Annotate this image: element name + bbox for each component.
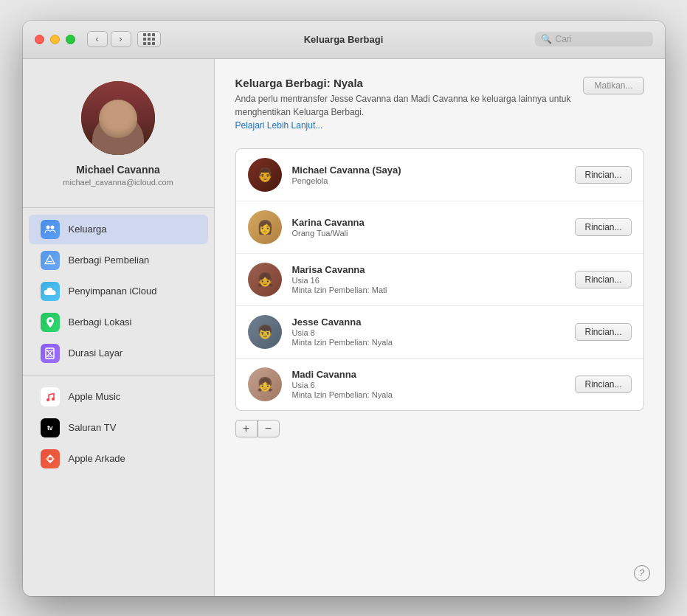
member-name: Madi Cavanna <box>292 369 565 380</box>
member-info-michael: Michael Cavanna (Saya) Pengelola <box>292 165 565 185</box>
sidebar-label-berbagi-lokasi: Berbagi Lokasi <box>69 316 132 328</box>
sidebar-item-berbagi-lokasi[interactable]: Berbagi Lokasi <box>29 308 208 337</box>
sidebar-item-saluran-tv[interactable]: tv Saluran TV <box>29 413 208 443</box>
sidebar-item-keluarga[interactable]: Keluarga <box>29 215 208 244</box>
member-name: Jesse Cavanna <box>292 316 565 328</box>
rincian-button-madi[interactable]: Rincian... <box>575 376 631 393</box>
member-row: 👦 Jesse Cavanna Usia 8 Minta Izin Pembel… <box>236 306 643 359</box>
back-button[interactable]: ‹ <box>87 31 108 47</box>
svg-point-6 <box>52 398 55 401</box>
grid-icon <box>143 33 155 45</box>
remove-member-button[interactable]: − <box>258 420 280 437</box>
member-role: Orang Tua/Wali <box>292 229 565 238</box>
add-member-button[interactable]: + <box>235 420 258 437</box>
main-window: ‹ › Keluarga Berbagi 🔍 Cari Mic <box>23 21 665 596</box>
main-content: Michael Cavanna michael_cavanna@icloud.c… <box>23 59 665 596</box>
right-panel: Keluarga Berbagi: Nyala Anda perlu mentr… <box>215 59 665 596</box>
svg-point-0 <box>46 225 49 229</box>
sidebar-label-keluarga: Keluarga <box>69 224 107 235</box>
avatar-marisa: 👧 <box>248 263 282 297</box>
grid-view-button[interactable] <box>137 31 161 47</box>
member-info-marisa: Marisa Cavanna Usia 16 Minta Izin Pembel… <box>292 264 565 294</box>
sidebar-divider <box>23 207 214 208</box>
members-list: 👨 Michael Cavanna (Saya) Pengelola Rinci… <box>235 148 644 411</box>
sidebar-item-durasi-layar[interactable]: Durasi Layar <box>29 339 208 368</box>
avatar-karina: 👩 <box>248 210 282 244</box>
member-info-jesse: Jesse Cavanna Usia 8 Minta Izin Pembelia… <box>292 316 565 347</box>
location-icon <box>41 313 60 332</box>
user-profile: Michael Cavanna michael_cavanna@icloud.c… <box>23 59 214 201</box>
member-role: Usia 8 <box>292 328 565 337</box>
close-button[interactable] <box>35 35 44 44</box>
sidebar-item-berbagi-pembelian[interactable]: Berbagi Pembelian <box>29 246 208 275</box>
member-info-madi: Madi Cavanna Usia 6 Minta Izin Pembelian… <box>292 369 565 399</box>
search-placeholder: Cari <box>556 34 572 44</box>
member-row: 👨 Michael Cavanna (Saya) Pengelola Rinci… <box>236 149 643 201</box>
sidebar-divider-2 <box>23 375 214 376</box>
music-icon <box>41 387 60 406</box>
bottom-controls: + − <box>235 420 644 437</box>
panel-header-left: Keluarga Berbagi: Nyala Anda perlu mentr… <box>235 77 572 132</box>
app-store-icon <box>41 251 60 270</box>
member-row: 👧 Marisa Cavanna Usia 16 Minta Izin Pemb… <box>236 254 643 306</box>
svg-rect-4 <box>43 390 58 404</box>
sidebar-item-penyimpanan-icloud[interactable]: Penyimpanan iCloud <box>29 277 208 306</box>
svg-point-2 <box>49 319 52 322</box>
rincian-button-jesse[interactable]: Rincian... <box>575 323 631 341</box>
rincian-button-karina[interactable]: Rincian... <box>575 218 631 236</box>
maximize-button[interactable] <box>66 35 75 44</box>
member-role: Usia 6 <box>292 381 565 390</box>
member-role: Pengelola <box>292 176 565 185</box>
member-role2: Minta Izin Pembelian: Nyala <box>292 390 565 399</box>
avatar-jesse: 👦 <box>248 315 282 349</box>
member-info-karina: Karina Cavanna Orang Tua/Wali <box>292 217 565 238</box>
sidebar-item-apple-music[interactable]: Apple Music <box>29 382 208 412</box>
avatar-madi: 👧 <box>248 367 282 401</box>
member-row: 👧 Madi Cavanna Usia 6 Minta Izin Pembeli… <box>236 359 643 410</box>
sidebar: Michael Cavanna michael_cavanna@icloud.c… <box>23 59 215 596</box>
avatar <box>81 81 155 155</box>
nav-buttons: ‹ › <box>87 31 161 47</box>
member-name: Michael Cavanna (Saya) <box>292 165 565 176</box>
user-name: Michael Cavanna <box>76 164 160 176</box>
panel-header: Keluarga Berbagi: Nyala Anda perlu mentr… <box>235 77 644 132</box>
search-icon: 🔍 <box>541 34 552 44</box>
hourglass-icon <box>41 344 60 363</box>
member-name: Karina Cavanna <box>292 217 565 228</box>
svg-point-1 <box>50 225 54 229</box>
sidebar-item-apple-arkade[interactable]: Apple Arkade <box>29 444 208 474</box>
panel-description: Anda perlu mentransfer Jesse Cavanna dan… <box>235 92 572 132</box>
sidebar-label-berbagi-pembelian: Berbagi Pembelian <box>69 255 150 266</box>
user-email: michael_cavanna@icloud.com <box>63 178 173 187</box>
learn-more-link[interactable]: Pelajari Lebih Lanjut... <box>235 120 323 131</box>
sidebar-label-durasi-layar: Durasi Layar <box>69 347 123 359</box>
appletv-icon: tv <box>41 418 60 437</box>
rincian-button-marisa[interactable]: Rincian... <box>575 271 631 288</box>
svg-point-5 <box>46 398 49 401</box>
help-button[interactable]: ? <box>634 565 650 581</box>
avatar-face <box>81 81 155 155</box>
member-role: Usia 16 <box>292 276 565 285</box>
sidebar-label-apple-music: Apple Music <box>69 391 121 402</box>
rincian-button-michael[interactable]: Rincian... <box>575 166 631 184</box>
arcade-icon <box>41 449 60 468</box>
sidebar-label-apple-arkade: Apple Arkade <box>69 453 125 464</box>
sidebar-label-saluran-tv: Saluran TV <box>69 422 117 433</box>
traffic-lights <box>35 35 75 44</box>
member-row: 👩 Karina Cavanna Orang Tua/Wali Rincian.… <box>236 201 643 254</box>
family-icon <box>41 220 60 239</box>
avatar-michael: 👨 <box>248 158 282 192</box>
forward-button[interactable]: › <box>111 31 131 47</box>
panel-title: Keluarga Berbagi: Nyala <box>235 77 572 89</box>
search-box[interactable]: 🔍 Cari <box>535 32 653 46</box>
member-role2: Minta Izin Pembelian: Mati <box>292 285 565 294</box>
icloud-icon <box>41 282 60 301</box>
sidebar-label-penyimpanan-icloud: Penyimpanan iCloud <box>69 285 157 297</box>
member-name: Marisa Cavanna <box>292 264 565 275</box>
member-role2: Minta Izin Pembelian: Nyala <box>292 338 565 347</box>
minimize-button[interactable] <box>50 35 60 44</box>
disable-button[interactable]: Matikan... <box>583 77 643 94</box>
titlebar: ‹ › Keluarga Berbagi 🔍 Cari <box>23 21 665 59</box>
window-title: Keluarga Berbagi <box>304 34 384 45</box>
